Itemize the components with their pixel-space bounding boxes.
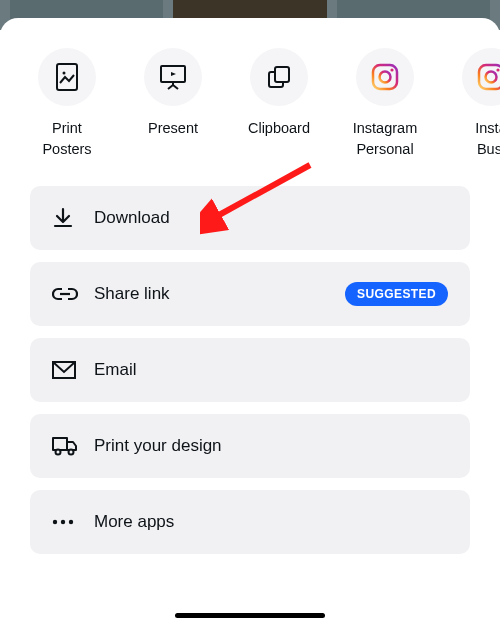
destination-instagram-personal[interactable]: Instagram Personal — [332, 48, 438, 160]
print-your-design-button[interactable]: Print your design — [30, 414, 470, 478]
destination-label: Present — [148, 118, 198, 139]
home-indicator[interactable] — [175, 613, 325, 618]
svg-rect-5 — [373, 65, 397, 89]
share-link-button[interactable]: Share link SUGGESTED — [30, 262, 470, 326]
destination-label: Insta Busi — [475, 118, 500, 160]
download-button[interactable]: Download — [30, 186, 470, 250]
download-icon — [52, 207, 78, 229]
download-label: Download — [94, 208, 170, 228]
svg-point-16 — [69, 520, 73, 524]
svg-point-12 — [56, 450, 61, 455]
svg-point-13 — [69, 450, 74, 455]
email-icon — [52, 361, 78, 379]
more-apps-label: More apps — [94, 512, 174, 532]
poster-icon — [38, 48, 96, 106]
svg-point-6 — [380, 72, 391, 83]
destination-clipboard[interactable]: Clipboard — [226, 48, 332, 160]
share-link-label: Share link — [94, 284, 170, 304]
destination-present[interactable]: Present — [120, 48, 226, 160]
svg-rect-0 — [57, 64, 77, 90]
instagram-icon — [462, 48, 500, 106]
present-icon — [144, 48, 202, 106]
destination-label: Print Posters — [42, 118, 91, 160]
svg-point-15 — [61, 520, 65, 524]
print-label: Print your design — [94, 436, 222, 456]
suggested-badge: SUGGESTED — [345, 282, 448, 306]
email-label: Email — [94, 360, 137, 380]
svg-rect-4 — [275, 67, 289, 82]
share-destinations-row: Print Posters Present Clipboard — [0, 48, 500, 160]
svg-point-1 — [63, 72, 66, 75]
destination-print-posters[interactable]: Print Posters — [14, 48, 120, 160]
link-icon — [52, 285, 78, 303]
instagram-icon — [356, 48, 414, 106]
clipboard-icon — [250, 48, 308, 106]
svg-point-9 — [486, 72, 497, 83]
truck-icon — [52, 436, 78, 456]
share-actions-list: Download Share link SUGGESTED Email — [0, 176, 500, 554]
email-button[interactable]: Email — [30, 338, 470, 402]
destination-instagram-business[interactable]: Insta Busi — [438, 48, 500, 160]
destination-label: Instagram Personal — [353, 118, 417, 160]
svg-point-14 — [53, 520, 57, 524]
svg-point-7 — [390, 68, 393, 71]
destination-label: Clipboard — [248, 118, 310, 139]
more-apps-button[interactable]: More apps — [30, 490, 470, 554]
svg-point-10 — [496, 68, 499, 71]
more-icon — [52, 519, 78, 525]
share-sheet: Print Posters Present Clipboard — [0, 18, 500, 626]
